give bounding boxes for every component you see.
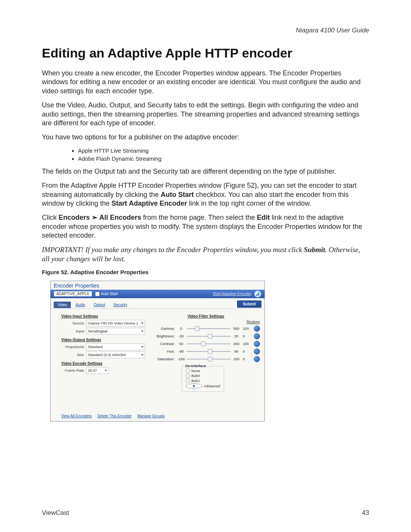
deint-radio-bob0[interactable]: Bob0 (186, 374, 220, 378)
deinterlace-legend: De-Interlace (184, 364, 207, 368)
important-note: IMPORTANT! If you make any changes to th… (42, 245, 369, 264)
contrast-label: Contrast: (152, 342, 176, 346)
brightness-value[interactable]: 0 (241, 334, 253, 338)
radio-label: Bob0 (191, 374, 200, 378)
hue-value[interactable]: 0 (241, 349, 253, 353)
auto-start-checkbox[interactable]: Auto Start (95, 292, 118, 296)
deint-radio-none[interactable]: None (186, 369, 220, 373)
brightness-label: Brightness: (152, 334, 176, 338)
hue-label: Hue: (152, 349, 176, 353)
video-filter-settings-head: Video Filter Settings (152, 314, 260, 318)
running-header: Niagara 4100 User Guide (42, 27, 369, 34)
frame-rate-select[interactable]: 29.97 (86, 367, 108, 374)
radio-icon (186, 379, 190, 383)
submit-button[interactable]: Submit (237, 300, 261, 308)
brightness-reset-button[interactable] (254, 333, 260, 339)
deint-radio-bob1[interactable]: Bob1 (186, 379, 220, 383)
gamma-slider[interactable] (187, 328, 231, 329)
proportions-label: Proportions: (61, 345, 86, 349)
slider-knob[interactable] (201, 342, 206, 346)
window-body: Video Input Settings Source: Osprey-700 … (51, 309, 264, 412)
gamma-max: 500 (231, 326, 241, 331)
size-select[interactable]: Standard (4:3) 400x304 (86, 351, 145, 358)
video-encode-settings-head: Video Encode Settings (61, 361, 145, 366)
chevron-down-icon (141, 346, 143, 348)
view-all-encoders-link[interactable]: View All Encoders (61, 414, 92, 418)
contrast-slider[interactable] (187, 343, 231, 344)
body-para-6: Click Encoders ➢ All Encoders from the h… (42, 213, 369, 240)
encoder-properties-window: Encoder Properties ADAPTIVE_APPLE Auto S… (50, 281, 265, 422)
radio-label: Advanced (204, 384, 220, 388)
slider-knob[interactable] (208, 357, 212, 361)
right-column: Video Filter Settings Restore Gamma: 0 5… (152, 313, 260, 408)
video-input-settings-head: Video Input Settings (61, 314, 145, 318)
saturation-slider[interactable] (187, 359, 231, 359)
tab-audio[interactable]: Audio (72, 302, 89, 308)
bold-start-adaptive: Start Adaptive Encoder (112, 200, 187, 207)
select-value: Standard (88, 345, 103, 349)
hue-max: 90 (231, 349, 241, 353)
deint-radio-advanced[interactable]: Advanced (186, 383, 220, 388)
restore-link[interactable]: Restore (152, 320, 260, 324)
gamma-reset-button[interactable] (254, 326, 260, 332)
slider-knob[interactable] (208, 349, 212, 354)
saturation-reset-button[interactable] (254, 356, 260, 362)
brightness-slider[interactable] (187, 336, 231, 337)
delete-this-encoder-link[interactable]: Delete This Encoder (97, 414, 132, 418)
encoder-name-field[interactable]: ADAPTIVE_APPLE (54, 291, 92, 297)
intro-para-3: You have two options for for a publisher… (42, 133, 369, 142)
gamma-value[interactable]: 100 (241, 326, 253, 331)
radio-label: Bob1 (191, 379, 200, 383)
contrast-value[interactable]: 100 (241, 342, 253, 346)
slider-knob[interactable] (195, 326, 199, 331)
chevron-down-icon (105, 370, 107, 371)
select-value: SerialDigital (88, 329, 107, 333)
size-label: Size: (61, 353, 86, 357)
arrow-icon: ➢ (92, 214, 99, 221)
input-select[interactable]: SerialDigital (86, 328, 145, 335)
proportions-select[interactable]: Standard (86, 343, 145, 350)
window-title: Encoder Properties (51, 281, 264, 290)
radio-icon (186, 383, 202, 388)
page-footer: ViewCast 43 (42, 509, 369, 517)
intro-para-1: When you create a new encoder, the Encod… (42, 69, 369, 96)
bold-encoders: Encoders (59, 214, 90, 221)
radio-icon (186, 369, 190, 373)
chevron-down-icon (141, 323, 143, 324)
auto-start-label: Auto Start (101, 292, 118, 296)
text: Click (42, 214, 59, 221)
video-output-settings-head: Video Output Settings (61, 338, 145, 342)
tab-video[interactable]: Video (54, 302, 71, 308)
text: link in the top right corner of the wind… (187, 200, 311, 207)
start-adaptive-encoder-link[interactable]: Start Adaptive Encoder (213, 292, 252, 296)
slider-knob[interactable] (208, 334, 212, 339)
hue-slider[interactable] (187, 351, 231, 352)
hue-reset-button[interactable] (254, 348, 260, 355)
saturation-min: -100 (176, 357, 186, 361)
source-select[interactable]: Osprey-700 HD Video Device 1 (86, 320, 145, 327)
hue-min: -90 (176, 349, 186, 353)
input-label: Input: (61, 329, 86, 333)
bold-all-encoders: All Encoders (99, 214, 141, 221)
contrast-reset-button[interactable] (254, 341, 260, 347)
source-label: Source: (61, 321, 86, 325)
brightness-min: -20 (176, 334, 186, 338)
brightness-max: 20 (231, 334, 241, 338)
left-column: Video Input Settings Source: Osprey-700 … (61, 313, 145, 408)
radio-label: None (191, 369, 200, 373)
chevron-down-icon (141, 331, 143, 332)
gamma-min: 0 (176, 326, 186, 331)
checkbox-icon (95, 292, 100, 296)
manage-groups-link[interactable]: Manage Groups (137, 414, 165, 418)
publisher-options-list: Apple HTTP Live Streaming Adobe Flash Dy… (78, 147, 369, 162)
tab-output[interactable]: Output (90, 302, 109, 308)
radio-icon (186, 374, 190, 378)
saturation-max: 100 (231, 357, 241, 361)
intro-para-2: Use the Video, Audio, Output, and Securi… (42, 101, 369, 128)
saturation-value[interactable]: 0 (241, 357, 253, 361)
page-title: Editing an Adaptive Apple HTTP encoder (42, 46, 369, 61)
tab-security[interactable]: Security (110, 302, 131, 308)
footer-page-number: 43 (362, 509, 369, 517)
bold-submit-text: Submit (304, 246, 325, 254)
select-value: Standard (4:3) 400x304 (88, 353, 126, 357)
